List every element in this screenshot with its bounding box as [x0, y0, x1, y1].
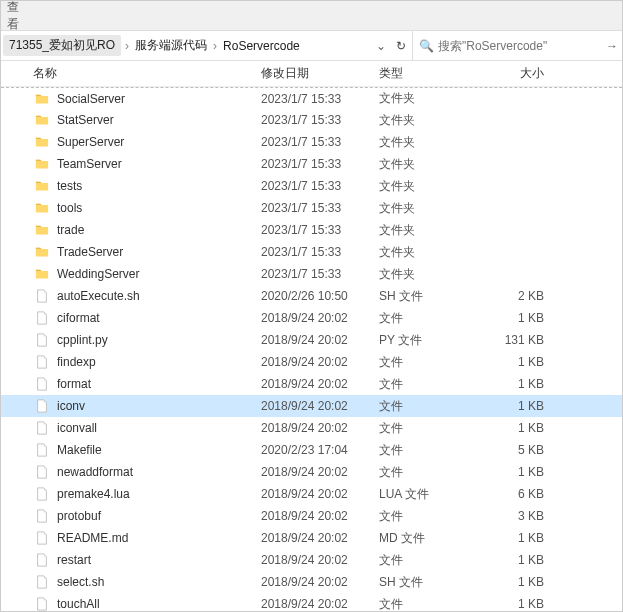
file-row[interactable]: tests2023/1/7 15:33文件夹 [1, 175, 622, 197]
folder-icon [33, 134, 51, 150]
file-type: 文件 [379, 354, 464, 371]
file-row[interactable]: StatServer2023/1/7 15:33文件夹 [1, 109, 622, 131]
file-row[interactable]: touchAll2018/9/24 20:02文件1 KB [1, 593, 622, 611]
file-name: iconv [57, 399, 85, 413]
file-name: WeddingServer [57, 267, 140, 281]
file-type: 文件 [379, 398, 464, 415]
file-row[interactable]: premake4.lua2018/9/24 20:02LUA 文件6 KB [1, 483, 622, 505]
file-type: 文件夹 [379, 134, 464, 151]
header-date[interactable]: 修改日期 [261, 65, 379, 82]
file-row[interactable]: cpplint.py2018/9/24 20:02PY 文件131 KB [1, 329, 622, 351]
file-row[interactable]: protobuf2018/9/24 20:02文件3 KB [1, 505, 622, 527]
file-icon [33, 288, 51, 304]
file-date: 2023/1/7 15:33 [261, 179, 379, 193]
file-icon [33, 376, 51, 392]
file-type: PY 文件 [379, 332, 464, 349]
header-type[interactable]: 类型 [379, 65, 464, 82]
file-date: 2023/1/7 15:33 [261, 157, 379, 171]
file-name: newaddformat [57, 465, 133, 479]
file-name: StatServer [57, 113, 114, 127]
header-name[interactable]: 名称 [33, 65, 261, 82]
search-box[interactable]: 🔍 [412, 31, 602, 60]
file-row[interactable]: TeamServer2023/1/7 15:33文件夹 [1, 153, 622, 175]
file-name: premake4.lua [57, 487, 130, 501]
file-icon [33, 574, 51, 590]
file-name: ciformat [57, 311, 100, 325]
file-row[interactable]: SuperServer2023/1/7 15:33文件夹 [1, 131, 622, 153]
file-icon [33, 464, 51, 480]
file-list[interactable]: SocialServer2023/1/7 15:33文件夹StatServer2… [1, 87, 622, 611]
file-date: 2018/9/24 20:02 [261, 311, 379, 325]
file-type: LUA 文件 [379, 486, 464, 503]
file-type: 文件 [379, 442, 464, 459]
file-size: 3 KB [464, 509, 564, 523]
file-row[interactable]: ciformat2018/9/24 20:02文件1 KB [1, 307, 622, 329]
file-date: 2018/9/24 20:02 [261, 553, 379, 567]
file-row[interactable]: format2018/9/24 20:02文件1 KB [1, 373, 622, 395]
file-date: 2023/1/7 15:33 [261, 245, 379, 259]
view-menu-button[interactable]: 查看 [7, 5, 29, 27]
file-date: 2023/1/7 15:33 [261, 113, 379, 127]
search-input[interactable] [438, 39, 588, 53]
breadcrumb-item[interactable]: RoServercode [219, 39, 304, 53]
file-row[interactable]: tools2023/1/7 15:33文件夹 [1, 197, 622, 219]
file-type: 文件夹 [379, 200, 464, 217]
file-icon [33, 530, 51, 546]
file-size: 1 KB [464, 575, 564, 589]
folder-icon [33, 178, 51, 194]
header-size[interactable]: 大小 [464, 65, 564, 82]
file-type: 文件 [379, 310, 464, 327]
chevron-right-icon: › [211, 39, 219, 53]
chevron-down-icon[interactable]: ⌄ [372, 39, 390, 53]
file-type: 文件夹 [379, 244, 464, 261]
file-name: TeamServer [57, 157, 122, 171]
refresh-icon[interactable]: ↻ [390, 39, 412, 53]
file-icon [33, 596, 51, 611]
file-size: 2 KB [464, 289, 564, 303]
search-icon: 🔍 [419, 39, 434, 53]
file-row[interactable]: findexp2018/9/24 20:02文件1 KB [1, 351, 622, 373]
file-row[interactable]: TradeServer2023/1/7 15:33文件夹 [1, 241, 622, 263]
file-row[interactable]: autoExecute.sh2020/2/26 10:50SH 文件2 KB [1, 285, 622, 307]
search-submit-icon[interactable]: → [602, 39, 622, 53]
file-size: 1 KB [464, 465, 564, 479]
file-date: 2023/1/7 15:33 [261, 135, 379, 149]
file-size: 1 KB [464, 377, 564, 391]
file-row[interactable]: restart2018/9/24 20:02文件1 KB [1, 549, 622, 571]
file-date: 2018/9/24 20:02 [261, 465, 379, 479]
file-row[interactable]: Makefile2020/2/23 17:04文件5 KB [1, 439, 622, 461]
file-type: 文件 [379, 464, 464, 481]
folder-icon [33, 266, 51, 282]
folder-icon [33, 244, 51, 260]
breadcrumb-item[interactable]: 71355_爱如初见RO [3, 35, 121, 56]
file-row[interactable]: SocialServer2023/1/7 15:33文件夹 [1, 87, 622, 109]
file-type: 文件 [379, 376, 464, 393]
file-name: README.md [57, 531, 128, 545]
file-row[interactable]: select.sh2018/9/24 20:02SH 文件1 KB [1, 571, 622, 593]
file-date: 2018/9/24 20:02 [261, 509, 379, 523]
file-icon [33, 486, 51, 502]
column-headers: 名称 修改日期 类型 大小 [1, 61, 622, 87]
breadcrumb-item[interactable]: 服务端源代码 [131, 37, 211, 54]
file-date: 2023/1/7 15:33 [261, 267, 379, 281]
file-date: 2020/2/26 10:50 [261, 289, 379, 303]
file-row[interactable]: README.md2018/9/24 20:02MD 文件1 KB [1, 527, 622, 549]
folder-icon [33, 200, 51, 216]
file-size: 1 KB [464, 399, 564, 413]
file-type: 文件 [379, 552, 464, 569]
file-type: SH 文件 [379, 574, 464, 591]
file-row[interactable]: newaddformat2018/9/24 20:02文件1 KB [1, 461, 622, 483]
file-row[interactable]: iconvall2018/9/24 20:02文件1 KB [1, 417, 622, 439]
breadcrumb: 71355_爱如初见RO › 服务端源代码 › RoServercode ⌄ ↻… [1, 31, 622, 61]
file-icon [33, 552, 51, 568]
file-date: 2018/9/24 20:02 [261, 575, 379, 589]
file-date: 2020/2/23 17:04 [261, 443, 379, 457]
file-size: 1 KB [464, 311, 564, 325]
folder-icon [33, 222, 51, 238]
file-date: 2018/9/24 20:02 [261, 487, 379, 501]
file-row[interactable]: trade2023/1/7 15:33文件夹 [1, 219, 622, 241]
file-row[interactable]: WeddingServer2023/1/7 15:33文件夹 [1, 263, 622, 285]
file-row[interactable]: iconv2018/9/24 20:02文件1 KB [1, 395, 622, 417]
file-name: findexp [57, 355, 96, 369]
file-icon [33, 398, 51, 414]
